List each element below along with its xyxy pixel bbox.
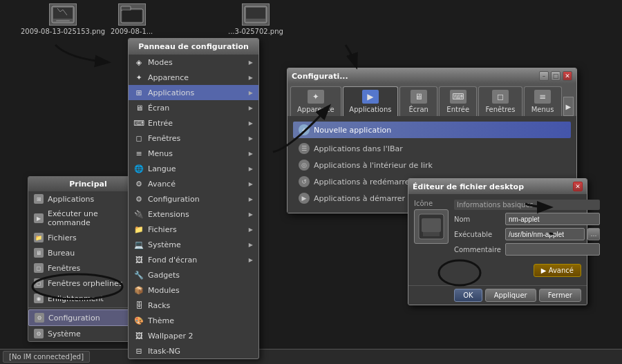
extensions-icon: 🔌 [134,209,144,219]
menu-item-apparence[interactable]: ✦ Apparence ▶ [129,70,258,85]
executer-icon: ▶ [34,213,44,223]
menu-item-itask[interactable]: ⊟ Itask-NG [129,343,258,358]
demarrer-icon: ▶ [299,193,310,204]
fenetres-icon: ◻ [34,263,44,273]
svg-rect-3 [56,20,70,21]
wallpaper2-icon: 🖼 [134,331,144,341]
tab-apparence-icon: ✦ [308,90,324,104]
field-label-commentaire: Commentaire [454,246,502,253]
editor-title: Éditeur de fichier desktop [413,182,573,191]
menu-item-applications[interactable]: ⊞ Applications ▶ [129,85,258,100]
section-nouvelle-app[interactable]: + Nouvelle application [293,122,571,138]
menu-item-menus[interactable]: ≡ Menus ▶ [129,146,258,161]
configuration-icon: ⚙ [35,313,44,323]
editor-fields-header: Informations basiques [454,200,600,210]
avance-btn[interactable]: ▶ Avancé [534,264,581,277]
desktop-icon-2[interactable]: 2009-08-1... [111,3,153,35]
menu-item-gadgets[interactable]: 🔧 Gadgets [129,267,258,282]
menu-item-modules[interactable]: 📦 Modules [129,282,258,298]
svg-rect-11 [246,8,265,19]
systeme-icon: ⚙ [34,329,44,338]
svg-rect-15 [423,232,440,236]
field-input-executable[interactable] [505,228,585,240]
desktop-icon-1[interactable]: 2009-08-13-025153.png [21,3,105,35]
menu-item-avance[interactable]: ⚙ Avancé ▶ [129,176,258,191]
tab-fenetres-icon: ◻ [492,90,509,104]
icon-image-1 [49,3,77,26]
fichiers-icon: 📁 [34,233,44,242]
context-menu-header: Panneau de configuration [129,39,258,55]
applications-menu-icon: ⊞ [134,88,144,97]
menu-item-ecran[interactable]: 🖥 Écran ▶ [129,100,258,115]
menu-item-fichiers[interactable]: 📁 Fichiers ▶ [129,222,258,237]
desktop-icon-3[interactable]: ...3-025702.png [228,3,283,35]
field-input-nom[interactable] [505,213,600,225]
window-titlebar: Configurati... – □ ✕ [288,68,576,84]
svg-rect-12 [246,19,265,21]
menu-item-theme[interactable]: 🎨 Thème [129,313,258,328]
fenetres-menu-icon: ◻ [134,133,144,143]
applications-icon: ⊞ [34,194,44,204]
editor-buttons: OK Appliquer Fermer [408,285,587,305]
racks-icon: 🗄 [134,300,144,310]
tab-ecran-icon: 🖥 [411,90,427,104]
field-label-executable: Exécutable [454,231,502,238]
editor-close-btn[interactable]: ✕ [573,182,583,191]
ibar-icon: ☰ [299,143,310,154]
taskbar-item[interactable]: [No IM connected]ed] [3,351,90,363]
svg-rect-14 [422,218,441,232]
svg-rect-8 [121,6,131,10]
tab-menus-icon: ≡ [534,90,551,104]
menu-item-systeme[interactable]: 💻 Système ▶ [129,237,258,252]
appliquer-btn[interactable]: Appliquer [485,289,536,302]
orphelines-icon: ◻ [34,278,44,288]
apparence-icon: ✦ [134,73,144,82]
icon-label-2: 2009-08-1... [111,28,153,35]
win-close-btn[interactable]: ✕ [563,71,572,81]
menu-item-config[interactable]: ⚙ Configuration ▶ [129,191,258,207]
editor-icon-box[interactable] [414,209,449,244]
tab-entree[interactable]: ⌨ Entrée [439,86,477,116]
config-icon: ⚙ [134,194,144,204]
menu-item-langue[interactable]: 🌐 Langue ▶ [129,161,258,176]
section-ibar[interactable]: ☰ Applications dans l'IBar [293,141,571,156]
icon-image-2 [118,3,146,26]
redemarrer-icon: ↺ [299,176,310,187]
menu-item-entree[interactable]: ⌨ Entrée ▶ [129,115,258,131]
menu-item-modes[interactable]: ◈ Modes ▶ [129,55,258,70]
icon-section-label: Icône [414,200,449,207]
field-input-commentaire[interactable] [505,243,600,256]
svg-rect-1 [53,8,73,19]
section-iirk[interactable]: ◎ Applications à l'intérieur de Iirk [293,157,571,173]
fond-icon: 🖼 [134,255,144,265]
menu-item-fond[interactable]: 🖼 Fond d'écran ▶ [129,252,258,267]
menu-item-extensions[interactable]: 🔌 Extensions ▶ [129,207,258,222]
menu-item-wallpaper2[interactable]: 🖼 Wallpaper 2 [129,328,258,343]
tab-bar: ✦ Apparence ▶ Applications 🖥 Écran ⌨ Ent… [288,84,576,116]
field-row-nom: Nom [454,213,600,225]
tab-apparence[interactable]: ✦ Apparence [290,86,341,116]
fichiers-menu-icon: 📁 [134,224,144,234]
menu-item-fenetres[interactable]: ◻ Fenêtres ▶ [129,131,258,146]
taskbar: [No IM connected]ed] [0,349,622,364]
editor-titlebar: Éditeur de fichier desktop ✕ [408,179,587,194]
bureau-icon: 🖥 [34,248,44,258]
win-maximize-btn[interactable]: □ [551,71,560,81]
modes-icon: ◈ [134,57,144,67]
menu-item-racks[interactable]: 🗄 Racks [129,298,258,313]
itask-icon: ⊟ [134,346,144,356]
ok-btn[interactable]: OK [454,289,482,302]
win-minimize-btn[interactable]: – [539,71,549,81]
editor-content: Icône Informations basiques Nom [408,194,587,285]
tab-nav-next[interactable]: ▶ [563,97,574,116]
field-row-commentaire: Commentaire [454,243,600,256]
tab-ecran[interactable]: 🖥 Écran [399,86,437,116]
icon-image-3 [242,3,270,26]
tab-applications[interactable]: ▶ Applications [343,86,399,116]
tab-fenetres[interactable]: ◻ Fenêtres [478,86,522,116]
field-row-executable: Exécutable … [454,228,600,240]
tab-menus[interactable]: ≡ Menus [524,86,562,116]
svg-rect-9 [122,10,142,21]
field-browse-btn[interactable]: … [587,228,600,240]
fermer-btn[interactable]: Fermer [539,289,581,302]
